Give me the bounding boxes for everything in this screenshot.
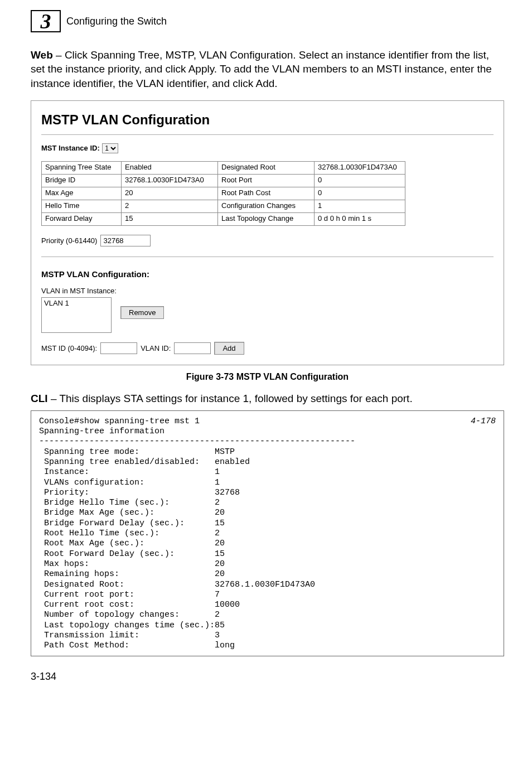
mst-instance-label: MST Instance ID: [41, 144, 100, 152]
chapter-number-icon: 3 [31, 10, 61, 32]
info-table: Spanning Tree StateEnabledDesignated Roo… [41, 161, 405, 226]
table-cell: Configuration Changes [218, 200, 315, 212]
remove-button[interactable]: Remove [120, 306, 164, 319]
cli-intro: CLI – This displays STA settings for ins… [31, 393, 504, 405]
cli-output-box: 4-178Console#show spanning-tree mst 1 Sp… [31, 410, 504, 656]
table-row: Forward Delay15Last Topology Change0 d 0… [42, 212, 405, 225]
cli-lead: CLI [31, 393, 48, 404]
table-cell: Root Path Cost [218, 187, 315, 200]
chapter-number: 3 [41, 9, 51, 33]
table-cell: 32768.1.0030F1D473A0 [315, 161, 405, 174]
table-cell: Last Topology Change [218, 212, 315, 225]
vlan-list-label: VLAN in MST Instance: [41, 287, 494, 295]
table-cell: Spanning Tree State [42, 161, 122, 174]
table-cell: 0 [315, 174, 405, 187]
cli-output: Console#show spanning-tree mst 1 Spannin… [39, 417, 355, 651]
divider [41, 257, 494, 257]
cli-text: – This displays STA settings for instanc… [48, 393, 413, 404]
table-cell: 15 [122, 212, 218, 225]
table-cell: Max Age [42, 187, 122, 200]
table-row: Hello Time2Configuration Changes1 [42, 200, 405, 212]
subheading: MSTP VLAN Configuration: [41, 269, 494, 279]
table-cell: Hello Time [42, 200, 122, 212]
intro-text: – Click Spanning Tree, MSTP, VLAN Config… [31, 49, 492, 89]
page-number: 3-134 [31, 671, 504, 683]
table-row: Max Age20Root Path Cost0 [42, 187, 405, 200]
list-item[interactable]: VLAN 1 [43, 299, 110, 307]
table-cell: 20 [122, 187, 218, 200]
intro-lead: Web [31, 49, 53, 61]
priority-label: Priority (0-61440) [41, 236, 97, 245]
table-cell: Forward Delay [42, 212, 122, 225]
priority-input[interactable] [100, 235, 151, 246]
page-header: 3 Configuring the Switch [31, 0, 504, 32]
vlan-listbox[interactable]: VLAN 1 [41, 297, 112, 333]
table-cell: 0 d 0 h 0 min 1 s [315, 212, 405, 225]
table-cell: 2 [122, 200, 218, 212]
table-cell: Designated Root [218, 161, 315, 174]
mst-instance-select[interactable]: 1 [102, 143, 118, 153]
table-cell: 32768.1.0030F1D473A0 [122, 174, 218, 187]
vlan-id-input[interactable] [174, 342, 211, 354]
figure-caption: Figure 3-73 MSTP VLAN Configuration [31, 372, 504, 382]
table-cell: Bridge ID [42, 174, 122, 187]
cli-page-reference: 4-178 [471, 417, 496, 427]
table-row: Bridge ID32768.1.0030F1D473A0Root Port0 [42, 174, 405, 187]
panel-title: MSTP VLAN Configuration [41, 112, 494, 128]
mst-id-input[interactable] [100, 342, 137, 354]
mst-id-label: MST ID (0-4094): [41, 344, 97, 352]
table-cell: 0 [315, 187, 405, 200]
section-title: Configuring the Switch [66, 16, 167, 27]
divider [41, 134, 494, 135]
table-cell: Enabled [122, 161, 218, 174]
table-cell: 1 [315, 200, 405, 212]
config-panel: MSTP VLAN Configuration MST Instance ID:… [31, 100, 504, 365]
intro-paragraph: Web – Click Spanning Tree, MSTP, VLAN Co… [31, 48, 504, 90]
table-row: Spanning Tree StateEnabledDesignated Roo… [42, 161, 405, 174]
vlan-id-label: VLAN ID: [141, 344, 171, 352]
table-cell: Root Port [218, 174, 315, 187]
add-button[interactable]: Add [214, 342, 244, 355]
